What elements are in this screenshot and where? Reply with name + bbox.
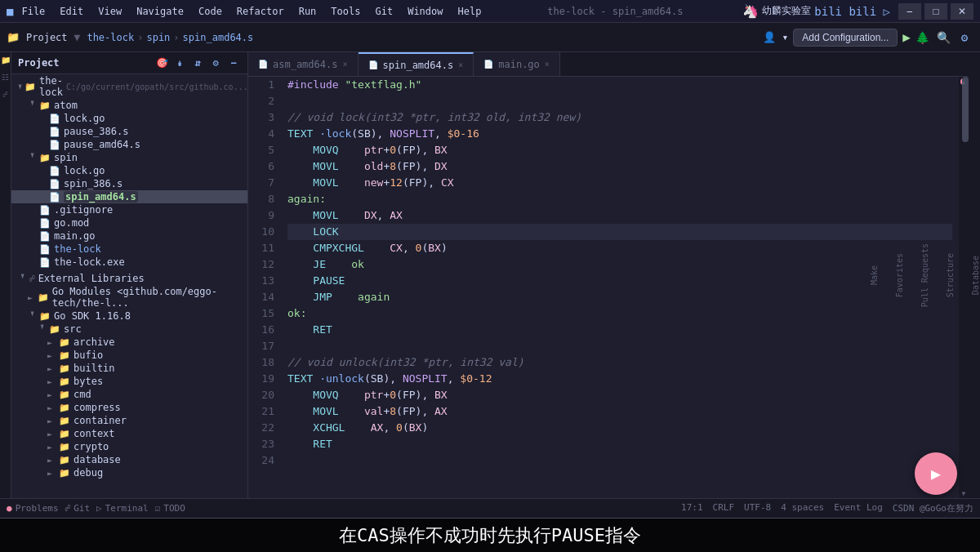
tree-item-spin-386[interactable]: 📄 spin_386.s — [11, 177, 247, 190]
down-arrow-icon[interactable]: ▼ — [959, 488, 969, 498]
event-log-label[interactable]: Event Log — [834, 502, 883, 514]
tree-toolbar: 🎯 ↡ ⇵ ⚙ − — [154, 56, 241, 70]
close-tree-icon[interactable]: − — [226, 56, 241, 70]
breadcrumb-spin[interactable]: spin — [146, 32, 170, 43]
exec-file-icon: 📄 — [39, 257, 51, 268]
tab-asm-amd64[interactable]: 📄 asm_amd64.s × — [248, 52, 359, 76]
locate-file-icon[interactable]: 🎯 — [154, 56, 169, 70]
terminal-status[interactable]: ▷ Terminal — [96, 503, 149, 514]
tab-close-asm[interactable]: × — [342, 60, 347, 69]
todo-status[interactable]: ☑ TODO — [155, 503, 185, 514]
sidebar-label-make[interactable]: Make — [870, 265, 879, 285]
tree-label-pause-amd64: pause_amd64.s — [64, 139, 140, 150]
tree-item-src[interactable]: ► 📁 src — [11, 323, 247, 336]
editor-content[interactable]: 12345 678910 1112131415 1617181920 21222… — [248, 77, 969, 498]
tab-main-go[interactable]: 📄 main.go × — [474, 52, 560, 76]
code-line-6: MOVL old+8(FP), DX — [287, 158, 952, 175]
tree-item-pause-amd64[interactable]: 📄 pause_amd64.s — [11, 138, 247, 151]
tab-close-spin[interactable]: × — [458, 60, 463, 69]
git-status[interactable]: ☍ Git — [65, 503, 91, 514]
menu-run[interactable]: Run — [292, 4, 323, 19]
menu-help[interactable]: Help — [452, 4, 488, 19]
tree-item-container[interactable]: ► 📁 container — [11, 414, 247, 427]
menu-git[interactable]: Git — [368, 4, 399, 19]
folder-icon: 📁 — [59, 468, 70, 479]
menu-view[interactable]: View — [91, 4, 128, 19]
tree-item-external-libs[interactable]: ► ☍ External Libraries — [11, 272, 247, 285]
maximize-button[interactable]: □ — [924, 3, 947, 20]
folder-icon: 📁 — [59, 442, 70, 452]
user-icon[interactable]: 👤 ▾ — [763, 31, 789, 43]
menu-navigate[interactable]: Navigate — [130, 4, 190, 19]
tree-item-compress[interactable]: ► 📁 compress — [11, 401, 247, 414]
code-line-22: XCHGL AX, 0(BX) — [287, 420, 952, 436]
sort-icon[interactable]: ⇵ — [190, 56, 205, 70]
up-arrow-icon[interactable]: ▲ — [959, 77, 969, 87]
tree-item-lock-go-atom[interactable]: 📄 lock.go — [11, 112, 247, 125]
problems-status[interactable]: ● Problems — [7, 503, 59, 514]
tree-item-main-go[interactable]: 📄 main.go — [11, 229, 247, 243]
search-toolbar-icon[interactable]: 🔍 — [934, 29, 952, 47]
tree-item-spin-amd64[interactable]: 📄 spin_amd64.s — [11, 190, 247, 203]
git-sidebar-icon[interactable]: ☍ — [2, 90, 7, 99]
code-editor[interactable]: #include "textflag.h" // void lock(int32… — [281, 77, 959, 498]
tree-item-debug[interactable]: ► 📁 debug — [11, 466, 247, 479]
tab-spin-amd64[interactable]: 📄 spin_amd64.s × — [359, 52, 474, 76]
bilibili-button[interactable]: ▶ — [915, 452, 957, 495]
sidebar-label-database[interactable]: Database — [971, 256, 980, 295]
tree-item-crypto[interactable]: ► 📁 crypto — [11, 440, 247, 453]
tree-item-archive[interactable]: ► 📁 archive — [11, 336, 247, 349]
add-configuration-button[interactable]: Add Configuration... — [793, 29, 898, 47]
settings-toolbar-icon[interactable]: ⚙ — [956, 29, 973, 47]
structure-icon[interactable]: ☷ — [2, 73, 9, 82]
sidebar-label-structure[interactable]: Structure — [946, 253, 955, 297]
menu-file[interactable]: File — [15, 4, 51, 19]
tree-item-lock-go-spin[interactable]: 📄 lock.go — [11, 164, 247, 177]
close-button[interactable]: ✕ — [951, 3, 973, 20]
scroll-thumb[interactable] — [962, 77, 969, 142]
tree-item-cmd[interactable]: ► 📁 cmd — [11, 388, 247, 401]
menu-window[interactable]: Window — [401, 4, 449, 19]
tree-item-gitignore[interactable]: 📄 .gitignore — [11, 203, 247, 216]
run-icon[interactable]: ▶ — [902, 29, 911, 45]
tree-item-atom[interactable]: ► 📁 atom — [11, 99, 247, 112]
tree-item-pause-386[interactable]: 📄 pause_386.s — [11, 125, 247, 138]
tree-item-spin[interactable]: ► 📁 spin — [11, 151, 247, 164]
tree-item-go-modules[interactable]: ► 📁 Go Modules <github.com/eggo-tech/the… — [11, 285, 247, 309]
debug-icon[interactable]: 🌲 — [915, 31, 929, 44]
arrow-icon: ► — [47, 351, 57, 360]
no-arrow — [38, 114, 47, 123]
sidebar-label-favorites[interactable]: Favorites — [895, 253, 904, 297]
tree-item-gomod[interactable]: 📄 go.mod — [11, 216, 247, 229]
folder-icon: 📁 — [59, 376, 70, 387]
menu-code[interactable]: Code — [192, 4, 229, 19]
menu-tools[interactable]: Tools — [324, 4, 367, 19]
tree-item-context[interactable]: ► 📁 context — [11, 427, 247, 440]
editor-scrollbar[interactable]: ▲ ▼ — [959, 77, 969, 498]
folder-sidebar-icon[interactable]: 📁 — [1, 56, 11, 65]
tree-item-the-lock-exe[interactable]: 📄 the-lock.exe — [11, 256, 247, 269]
breadcrumb-file[interactable]: spin_amd64.s — [183, 32, 254, 43]
play-icon: ▶ — [931, 464, 941, 483]
tab-close-main[interactable]: × — [545, 60, 550, 69]
code-line-24 — [287, 452, 952, 469]
settings-tree-icon[interactable]: ⚙ — [208, 56, 223, 70]
collapse-all-icon[interactable]: ↡ — [172, 56, 187, 70]
tree-item-bytes[interactable]: ► 📁 bytes — [11, 375, 247, 388]
tree-label-maingo: main.go — [54, 230, 96, 242]
tree-item-go-sdk[interactable]: ► 📁 Go SDK 1.16.8 — [11, 309, 247, 323]
minimize-button[interactable]: ‒ — [898, 3, 921, 20]
menu-edit[interactable]: Edit — [53, 4, 90, 19]
tree-item-database[interactable]: ► 📁 database — [11, 453, 247, 466]
line-numbers: 12345 678910 1112131415 1617181920 21222… — [248, 77, 281, 498]
tree-item-builtin[interactable]: ► 📁 builtin — [11, 362, 247, 375]
s-file-icon: 📄 — [49, 179, 60, 189]
toolbar-sep: ▼ — [74, 31, 81, 43]
sidebar-label-pull-requests[interactable]: Pull Requests — [920, 243, 929, 307]
tree-item-the-lock[interactable]: ► 📁 the-lock C:/go/current/gopath/src/gi… — [11, 74, 247, 99]
breadcrumb-root[interactable]: the-lock — [87, 32, 134, 43]
folder-icon: 📁 — [49, 324, 60, 335]
tree-item-bufio[interactable]: ► 📁 bufio — [11, 349, 247, 362]
tree-item-the-lock-bin[interactable]: 📄 the-lock — [11, 243, 247, 256]
menu-refactor[interactable]: Refactor — [230, 4, 291, 19]
